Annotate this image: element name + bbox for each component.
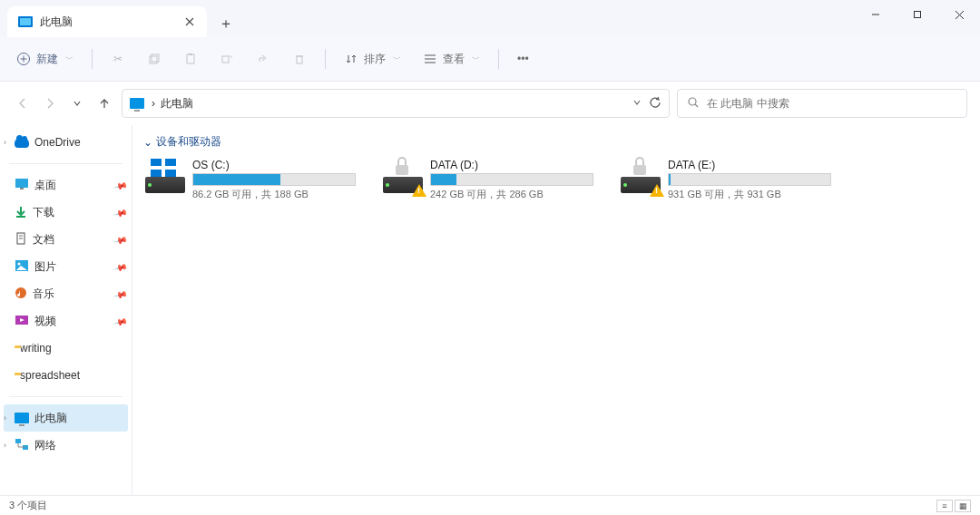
sidebar-item-quick[interactable]: 图片📌 bbox=[0, 253, 132, 280]
capacity-bar bbox=[668, 173, 831, 186]
chevron-down-icon: ⌄ bbox=[143, 136, 152, 149]
drive-capacity-text: 242 GB 可用，共 286 GB bbox=[430, 188, 601, 201]
sidebar-item-quick[interactable]: 下载📌 bbox=[0, 199, 132, 226]
copy-icon bbox=[147, 52, 162, 66]
new-button-label: 新建 bbox=[36, 52, 58, 67]
chevron-right-icon[interactable]: › bbox=[4, 413, 6, 423]
desktop-icon bbox=[15, 178, 29, 193]
group-header-devices[interactable]: ⌄ 设备和驱动器 bbox=[143, 134, 969, 150]
delete-button[interactable] bbox=[283, 44, 316, 74]
separator bbox=[498, 49, 499, 69]
separator bbox=[9, 396, 122, 397]
scissors-icon: ✂ bbox=[111, 52, 125, 66]
separator bbox=[325, 49, 326, 69]
svg-point-33 bbox=[15, 287, 26, 298]
sidebar-item-quick[interactable]: writing bbox=[0, 335, 132, 362]
chevron-down-icon: ﹀ bbox=[393, 53, 401, 65]
refresh-button[interactable] bbox=[649, 96, 662, 112]
address-bar[interactable]: › 此电脑 bbox=[122, 89, 670, 118]
breadcrumb-separator: › bbox=[152, 97, 155, 110]
sidebar-item-quick[interactable]: 文档📌 bbox=[0, 226, 132, 253]
drive-item[interactable]: DATA (D:)242 GB 可用，共 286 GB bbox=[381, 157, 603, 203]
document-icon bbox=[15, 232, 27, 248]
separator bbox=[9, 163, 122, 164]
breadcrumb[interactable]: › 此电脑 bbox=[152, 96, 625, 112]
minimize-button[interactable] bbox=[855, 0, 897, 29]
share-icon bbox=[256, 52, 270, 66]
search-bar[interactable] bbox=[677, 89, 967, 118]
chevron-right-icon[interactable]: › bbox=[4, 138, 6, 147]
cut-button[interactable]: ✂ bbox=[102, 44, 134, 74]
drive-icon bbox=[621, 159, 661, 193]
sort-button[interactable]: 排序 ﹀ bbox=[335, 44, 410, 74]
status-bar: 3 个项目 ≡ ▦ bbox=[0, 495, 980, 515]
ellipsis-icon: ••• bbox=[517, 53, 529, 65]
search-icon bbox=[687, 96, 700, 112]
sidebar-item-quick[interactable]: 视频📌 bbox=[0, 307, 132, 335]
svg-rect-15 bbox=[297, 56, 302, 63]
maximize-button[interactable] bbox=[897, 0, 938, 29]
drive-name: OS (C:) bbox=[192, 159, 363, 171]
monitor-icon bbox=[15, 413, 29, 423]
view-label: 查看 bbox=[443, 52, 465, 67]
chevron-right-icon[interactable]: › bbox=[4, 441, 6, 450]
tab-close-button[interactable] bbox=[183, 15, 196, 28]
sidebar-label: 图片 bbox=[34, 259, 56, 275]
rename-button[interactable] bbox=[211, 44, 243, 74]
toolbar: 新建 ﹀ ✂ 排序 ﹀ 查看 ﹀ ••• bbox=[0, 37, 980, 82]
tab-this-pc[interactable]: 此电脑 bbox=[7, 6, 207, 37]
search-input[interactable] bbox=[707, 97, 957, 110]
sidebar-item-onedrive[interactable]: › OneDrive bbox=[0, 129, 132, 156]
forward-button[interactable] bbox=[40, 90, 60, 117]
svg-point-23 bbox=[689, 98, 696, 105]
sidebar: › OneDrive 桌面📌下载📌文档📌图片📌音乐📌视频📌writingspre… bbox=[0, 125, 132, 495]
music-icon bbox=[15, 287, 27, 302]
chevron-down-icon: ﹀ bbox=[65, 53, 74, 65]
recent-dropdown[interactable] bbox=[67, 90, 87, 117]
main: › OneDrive 桌面📌下载📌文档📌图片📌音乐📌视频📌writingspre… bbox=[0, 125, 980, 495]
view-details-button[interactable]: ≡ bbox=[936, 500, 953, 512]
drive-item[interactable]: DATA (E:)931 GB 可用，共 931 GB bbox=[619, 157, 840, 203]
drive-capacity-text: 931 GB 可用，共 931 GB bbox=[668, 188, 838, 201]
view-mode-toggle: ≡ ▦ bbox=[936, 500, 971, 512]
pictures-icon bbox=[15, 259, 29, 275]
drive-icon bbox=[145, 159, 185, 193]
paste-button[interactable] bbox=[174, 44, 207, 74]
sidebar-item-network[interactable]: › 网络 bbox=[0, 432, 132, 459]
more-button[interactable]: ••• bbox=[508, 44, 538, 74]
view-tiles-button[interactable]: ▦ bbox=[955, 500, 971, 512]
new-button[interactable]: 新建 ﹀ bbox=[7, 44, 83, 74]
video-icon bbox=[15, 314, 29, 329]
back-button[interactable] bbox=[13, 90, 33, 117]
sidebar-item-quick[interactable]: 桌面📌 bbox=[0, 171, 132, 199]
pin-icon: 📌 bbox=[113, 178, 128, 192]
breadcrumb-dropdown[interactable] bbox=[632, 98, 642, 109]
title-bar: 此电脑 ＋ bbox=[0, 0, 980, 37]
capacity-bar bbox=[430, 173, 593, 186]
sidebar-label: 桌面 bbox=[34, 178, 56, 193]
sort-label: 排序 bbox=[364, 52, 386, 67]
svg-rect-9 bbox=[150, 56, 157, 63]
view-button[interactable]: 查看 ﹀ bbox=[414, 44, 489, 74]
sidebar-label: 此电脑 bbox=[34, 411, 67, 426]
sidebar-item-quick[interactable]: 音乐📌 bbox=[0, 280, 132, 307]
sidebar-item-this-pc[interactable]: › 此电脑 bbox=[4, 404, 128, 432]
sidebar-label: spreadsheet bbox=[20, 369, 80, 382]
new-tab-button[interactable]: ＋ bbox=[212, 10, 240, 37]
svg-rect-11 bbox=[187, 54, 194, 63]
drive-item[interactable]: OS (C:)86.2 GB 可用，共 188 GB bbox=[143, 157, 365, 203]
up-button[interactable] bbox=[94, 90, 114, 117]
clipboard-icon bbox=[183, 52, 198, 66]
sidebar-item-quick[interactable]: spreadsheet bbox=[0, 362, 132, 389]
breadcrumb-item[interactable]: 此电脑 bbox=[161, 96, 193, 112]
svg-rect-3 bbox=[915, 12, 921, 18]
svg-rect-36 bbox=[15, 439, 21, 443]
close-button[interactable] bbox=[938, 0, 980, 29]
chevron-down-icon: ﹀ bbox=[472, 53, 480, 65]
group-header-label: 设备和驱动器 bbox=[156, 134, 221, 150]
svg-rect-12 bbox=[189, 53, 192, 55]
copy-button[interactable] bbox=[138, 44, 171, 74]
drive-icon bbox=[383, 159, 423, 193]
sidebar-label: OneDrive bbox=[34, 136, 81, 149]
share-button[interactable] bbox=[247, 44, 279, 74]
